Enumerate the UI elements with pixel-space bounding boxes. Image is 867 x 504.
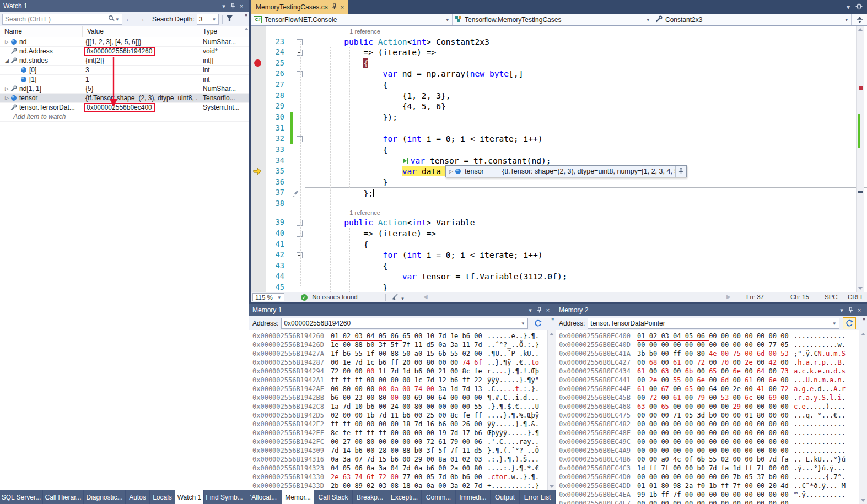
memory-row[interactable]: 0x000002556B19429472 00 00 00 1f 7d 1d b… (252, 367, 556, 376)
datatip-pin-icon[interactable] (675, 166, 686, 177)
glyph-margin[interactable] (251, 36, 266, 47)
glyph-margin[interactable] (251, 261, 266, 272)
column-header-value[interactable]: Value (83, 26, 198, 37)
glyph-margin[interactable] (251, 90, 266, 101)
tab-list-chevron-icon[interactable]: ▾ (847, 3, 850, 11)
collapse-icon[interactable] (297, 71, 303, 77)
tool-window-tab-call-stack[interactable]: Call Stack (314, 490, 353, 504)
pin-icon[interactable] (846, 307, 855, 314)
watch-row[interactable]: ▷tensor{tf.Tensor: shape=(2, 3), dtype=u… (0, 94, 249, 103)
tool-window-tab-autos[interactable]: Autos (126, 490, 150, 504)
toolbar-overflow-icon[interactable]: '' (863, 317, 865, 325)
tool-window-tab-output[interactable]: Output (491, 490, 520, 504)
watch-row[interactable]: [0]3int (0, 66, 249, 75)
window-position-icon[interactable]: ▾ (526, 307, 535, 314)
run-to-cursor-icon[interactable] (402, 158, 409, 164)
memory-row[interactable]: 0x000002556B19426001 02 03 04 05 06 65 0… (252, 332, 556, 340)
expander-icon[interactable]: ▷ (3, 95, 10, 101)
code-text[interactable]: var tensor = tf.constant(nd); (305, 155, 867, 166)
glyph-margin[interactable] (251, 68, 266, 79)
column-header-name[interactable]: Name (0, 26, 83, 37)
memory-row[interactable]: 0x000002556B19433D2b 00 89 02 03 08 18 0… (252, 481, 556, 490)
code-text[interactable]: { (305, 144, 867, 155)
code-line[interactable]: 40 => (iterate) => (251, 228, 867, 239)
glyph-margin[interactable] (251, 58, 266, 69)
code-line[interactable]: 44 var tensor = tf.Variable(3112.0f); (251, 271, 867, 282)
code-text[interactable]: => (iterate) => (305, 228, 867, 239)
datatip-expander-icon[interactable]: ▷ (448, 169, 455, 174)
memory-row[interactable]: 0x000002556B19428700 1e 7d 1c b6 ff 20 0… (252, 358, 556, 367)
code-text[interactable]: }; (305, 187, 867, 198)
breakpoint-icon[interactable] (254, 59, 261, 67)
watch-row[interactable]: tensor.TensorDat...0x000002556b0ec400Sys… (0, 103, 249, 112)
code-line[interactable]: 25 { (251, 58, 867, 69)
watch-row-value[interactable]: 0x000002556b194260 (83, 47, 198, 56)
watch-row-value[interactable]: {5} (83, 84, 198, 94)
memory1-hex-view[interactable]: 0x000002556B19426001 02 03 04 05 06 65 0… (249, 330, 556, 490)
zoom-select[interactable]: 115 %▾ (252, 293, 284, 301)
code-text[interactable]: } (305, 282, 867, 292)
watch-scrollbar[interactable] (244, 26, 249, 122)
pin-icon[interactable] (228, 3, 237, 10)
memory-row[interactable]: 0x000002556B0EC4EA99 1b ff 7f 00 00 00 0… (559, 490, 867, 499)
glyph-margin[interactable] (251, 282, 266, 292)
hscroll-right-arrow-icon[interactable]: ▶ (726, 294, 731, 300)
close-icon[interactable]: × (543, 307, 552, 313)
code-line[interactable]: 33 { (251, 144, 867, 155)
window-position-icon[interactable]: ▾ (219, 3, 228, 10)
expander-icon[interactable]: ▷ (3, 86, 10, 91)
code-line[interactable]: 45 } (251, 282, 867, 292)
toolbar-overflow-icon[interactable]: '' (551, 317, 553, 325)
memory-row[interactable]: 0x000002556B19432304 05 06 0a 3a 04 7d 0… (252, 464, 556, 473)
tool-window-tab-excepti-[interactable]: Excepti... (387, 490, 422, 504)
watch-title-bar[interactable]: Watch 1 ▾ × (0, 0, 249, 12)
watch-row-value[interactable]: 1 (83, 75, 198, 84)
tool-window-tab-diagnostic-[interactable]: Diagnostic... (84, 490, 126, 504)
tool-window-tab-watch-1[interactable]: Watch 1 (175, 490, 204, 504)
code-line[interactable]: 36 } (251, 177, 867, 188)
memory-row[interactable]: 0x000002556B1942C81a 7d 10 b6 00 24 00 8… (252, 402, 556, 411)
expander-icon[interactable]: ◢ (3, 58, 10, 63)
tab-pin-icon[interactable] (332, 3, 337, 10)
collapse-icon[interactable] (297, 50, 303, 56)
refresh-icon[interactable] (531, 317, 545, 329)
tool-window-tab-immedi-[interactable]: Immedi... (456, 490, 491, 504)
code-editor[interactable]: 1 reference23 public Action<int> Constan… (251, 26, 867, 292)
code-line[interactable]: 38 (251, 198, 867, 209)
search-icon[interactable] (108, 15, 115, 23)
datatip-popup[interactable]: ▷ tensor {tf.Tensor: shape=(2, 3), dtype… (445, 165, 687, 177)
glyph-margin[interactable] (251, 144, 266, 155)
memory-row[interactable]: 0x000002556B0EC4DD01 01 80 98 2a f0 1b f… (559, 481, 867, 490)
code-line[interactable]: 39 public Action<int> Variable (251, 217, 867, 228)
code-text[interactable] (305, 123, 867, 134)
member-dropdown[interactable]: Constant2x3▾ (653, 14, 852, 25)
code-line[interactable]: 23 public Action<int> Constant2x3 (251, 36, 867, 47)
cleanup-broom-icon[interactable]: ▾ (391, 294, 405, 301)
collapse-icon[interactable] (297, 220, 303, 226)
code-text[interactable]: var nd = np.array(new byte[,] (305, 68, 867, 79)
code-line[interactable]: 37 }; (251, 187, 867, 198)
code-line[interactable]: 30 }); (251, 112, 867, 123)
glyph-margin[interactable] (251, 101, 266, 112)
code-text[interactable]: for (int i = 0; i < iterate; i++) (305, 133, 867, 144)
memory-row[interactable]: 0x000002556B0EC47500 00 00 71 05 3d b0 0… (559, 411, 867, 420)
memory-row[interactable]: 0x000002556B19427A1f b6 55 1f 00 88 50 a… (252, 349, 556, 358)
watch-row[interactable]: ▷nd[1, 1]{5}NumShar... (0, 84, 249, 94)
memory-row[interactable]: 0x000002556B1942A1ff ff ff 00 00 00 00 1… (252, 376, 556, 384)
glyph-margin[interactable] (251, 166, 266, 177)
glyph-margin[interactable] (251, 239, 266, 250)
memory-row[interactable]: 0x000002556B0EC46863 00 65 00 00 00 00 0… (559, 402, 867, 411)
back-arrow-icon[interactable]: ← (122, 15, 135, 23)
gear-icon[interactable] (855, 3, 863, 12)
collapse-icon[interactable] (297, 231, 303, 237)
memory-row[interactable]: 0x000002556B0EC4C31d ff 7f 00 00 b0 7d f… (559, 464, 867, 473)
memory-row[interactable]: 0x000002556B19426D1e 00 88 b0 3f 5f 7f 1… (252, 340, 556, 349)
watch-row[interactable]: ▷nd{[[1, 2, 3], [4, 5, 6]]}NumShar... (0, 37, 249, 47)
watch-row[interactable]: nd.Address0x000002556b194260void* (0, 47, 249, 56)
memory1-title-bar[interactable]: Memory 1 ▾ × (249, 304, 556, 316)
memory-row[interactable]: 0x000002556B0EC4A900 00 00 00 00 00 00 0… (559, 446, 867, 455)
add-watch-item-row[interactable]: Add item to watch (0, 112, 249, 122)
memory1-scrollbar[interactable] (547, 330, 556, 490)
glyph-margin[interactable] (251, 250, 266, 261)
tool-window-tab-call-hierar-[interactable]: Call Hierar... (43, 490, 84, 504)
